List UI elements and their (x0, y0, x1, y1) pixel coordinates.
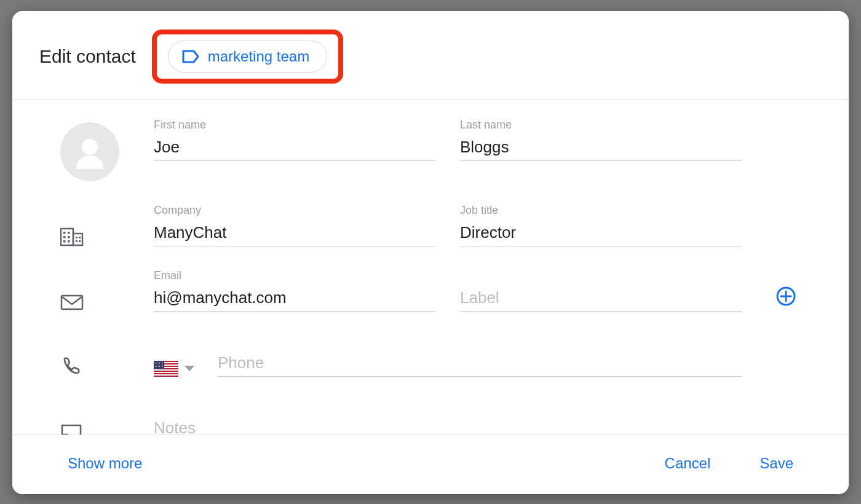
svg-rect-8 (68, 240, 70, 243)
add-email-button[interactable] (766, 286, 806, 312)
dialog-header: Edit contact marketing team (12, 11, 849, 100)
email-label-field (460, 269, 742, 312)
svg-point-0 (82, 139, 98, 155)
first-name-label: First name (154, 119, 435, 132)
svg-rect-11 (76, 240, 77, 242)
last-name-label: Last name (460, 119, 742, 132)
flag-us-icon (154, 361, 178, 377)
email-icon-col (55, 289, 129, 312)
last-name-field: Last name (460, 119, 742, 161)
svg-rect-3 (63, 232, 66, 234)
first-name-field: First name (154, 119, 435, 161)
notes-icon (60, 423, 82, 435)
phone-country-selector[interactable] (154, 361, 203, 377)
tag-icon (182, 50, 199, 63)
company-icon (60, 227, 84, 246)
svg-rect-12 (79, 240, 81, 242)
label-chip-highlight: marketing team (152, 30, 343, 84)
add-circle-icon (776, 286, 796, 309)
svg-rect-6 (68, 236, 70, 238)
dialog-title: Edit contact (39, 46, 136, 67)
avatar-col (55, 115, 129, 181)
show-more-button[interactable]: Show more (55, 450, 154, 477)
form-area: First name Last name (12, 100, 849, 435)
email-label-input[interactable] (460, 286, 742, 312)
svg-rect-2 (73, 234, 82, 245)
chevron-down-icon (184, 366, 194, 371)
label-chip-text: marketing team (208, 48, 309, 65)
svg-rect-5 (63, 236, 66, 238)
avatar-icon[interactable] (60, 122, 119, 181)
phone-input[interactable] (218, 351, 742, 377)
notes-field (154, 416, 742, 435)
company-icon-col (55, 223, 129, 246)
phone-row (55, 328, 806, 377)
phone-icon-col (55, 352, 129, 377)
job-title-field: Job title (460, 204, 742, 246)
email-input[interactable] (154, 286, 435, 312)
phone-field (218, 351, 742, 377)
phone-icon (60, 356, 81, 377)
name-row: First name Last name (55, 115, 806, 181)
company-input[interactable] (154, 221, 435, 246)
dialog-footer: Show more Cancel Save (12, 435, 849, 494)
job-title-label: Job title (460, 204, 742, 217)
svg-rect-10 (79, 237, 81, 238)
last-name-input[interactable] (460, 135, 742, 161)
cancel-button[interactable]: Cancel (653, 450, 723, 477)
svg-rect-13 (62, 296, 82, 309)
company-field: Company (154, 204, 435, 246)
save-button[interactable]: Save (747, 450, 806, 477)
job-title-input[interactable] (460, 221, 742, 246)
svg-rect-7 (63, 240, 66, 243)
company-label: Company (154, 204, 435, 217)
svg-rect-4 (68, 232, 70, 234)
edit-contact-dialog: Edit contact marketing team (12, 11, 849, 494)
email-icon (60, 293, 84, 312)
first-name-input[interactable] (154, 135, 435, 161)
notes-input[interactable] (154, 416, 742, 435)
email-label: Email (154, 269, 435, 282)
label-chip[interactable]: marketing team (168, 41, 327, 73)
email-field: Email (154, 269, 435, 312)
notes-row (55, 393, 806, 435)
email-row: Email (55, 262, 806, 312)
svg-rect-9 (76, 237, 77, 238)
svg-rect-1 (61, 229, 73, 245)
notes-icon-col (55, 420, 129, 435)
company-row: Company Job title (55, 197, 806, 246)
